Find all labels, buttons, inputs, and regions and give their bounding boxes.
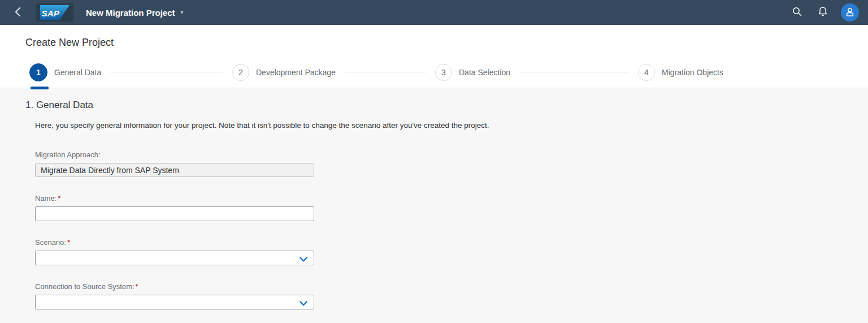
step-number-badge: 2 — [232, 64, 249, 81]
required-mark: * — [136, 282, 138, 291]
sap-logo[interactable]: SAP — [36, 3, 73, 21]
required-mark: * — [58, 194, 60, 203]
shell-left: SAP New Migration Project ▼ — [0, 0, 184, 25]
field-label: Scenario:* — [35, 238, 868, 247]
wizard-step-development-package[interactable]: 2 Development Package — [232, 64, 435, 81]
field-label: Connection to Source System:* — [35, 282, 868, 291]
search-icon — [792, 7, 802, 18]
chevron-down-icon — [299, 299, 308, 308]
chevron-down-icon — [299, 255, 308, 264]
app-screen: SAP New Migration Project ▼ — [0, 0, 868, 323]
name-input[interactable] — [35, 206, 314, 221]
scenario-select[interactable] — [35, 251, 314, 265]
step-connector — [519, 72, 629, 72]
field-scenario: Scenario:* — [35, 238, 868, 265]
step-number-badge: 1 — [29, 63, 47, 81]
field-label: Migration Approach: — [35, 150, 868, 159]
field-label: Name:* — [35, 194, 868, 203]
wizard-step-general-data[interactable]: 1 General Data — [29, 63, 232, 81]
avatar[interactable] — [841, 3, 859, 21]
step-label: General Data — [54, 68, 101, 77]
migration-approach-readonly-field: Migrate Data Directly from SAP System — [35, 163, 314, 177]
notifications-button[interactable] — [813, 2, 833, 23]
section-heading: 1. General Data — [25, 100, 868, 111]
app-title: New Migration Project — [86, 8, 175, 18]
connection-to-source-system-select[interactable] — [35, 295, 314, 309]
bell-icon — [818, 6, 828, 19]
required-mark: * — [67, 238, 70, 247]
page-title: Create New Project — [25, 37, 868, 49]
back-button[interactable] — [0, 0, 36, 25]
step-connector — [345, 72, 426, 72]
wizard-step-migration-objects[interactable]: 4 Migration Objects — [638, 64, 841, 81]
step-number-badge: 4 — [638, 64, 655, 81]
field-migration-approach: Migration Approach: Migrate Data Directl… — [35, 150, 868, 177]
section-description: Here, you specify general information fo… — [35, 121, 868, 130]
active-step-indicator — [31, 87, 49, 89]
step-connector — [110, 72, 223, 72]
step-label: Data Selection — [459, 68, 510, 77]
field-connection-to-source-system: Connection to Source System:* — [35, 282, 868, 309]
avatar-person-icon — [845, 7, 855, 19]
back-icon — [14, 7, 22, 19]
search-button[interactable] — [787, 2, 807, 23]
app-title-menu[interactable]: New Migration Project ▼ — [86, 8, 184, 18]
wizard-progress-bar: 1 General Data 2 Development Package 3 D… — [0, 57, 868, 88]
wizard-step-data-selection[interactable]: 3 Data Selection — [435, 64, 638, 81]
svg-text:SAP: SAP — [41, 8, 59, 18]
chevron-down-icon: ▼ — [180, 10, 185, 15]
step-label: Migration Objects — [662, 68, 723, 77]
page-title-row: Create New Project — [0, 25, 868, 57]
step-label: Development Package — [256, 68, 336, 77]
shell-header: SAP New Migration Project ▼ — [0, 0, 868, 25]
step-content: 1. General Data Here, you specify genera… — [0, 88, 868, 323]
field-name: Name:* — [35, 194, 868, 221]
step-number-badge: 3 — [435, 64, 452, 81]
shell-right — [787, 2, 859, 23]
general-data-form: Migration Approach: Migrate Data Directl… — [35, 150, 868, 309]
